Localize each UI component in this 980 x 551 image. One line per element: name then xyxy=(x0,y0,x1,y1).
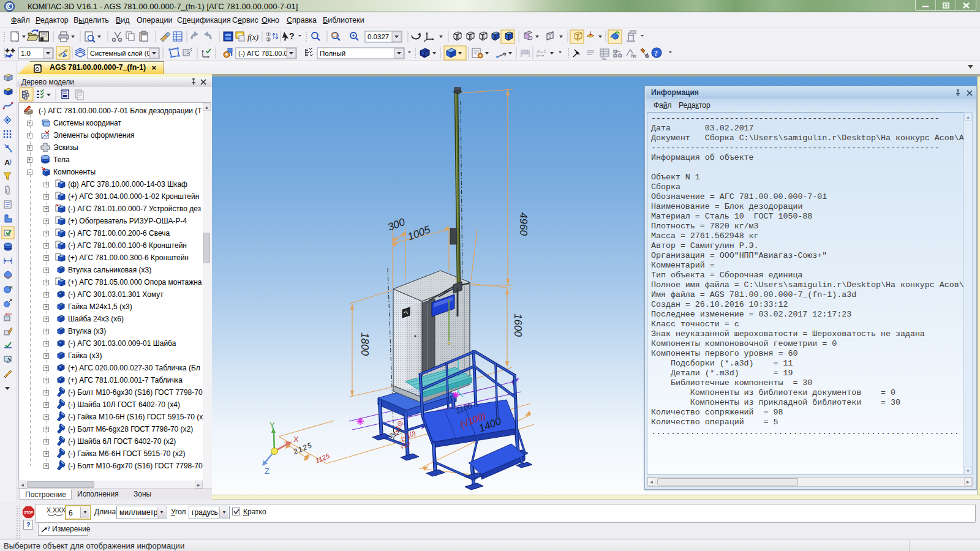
svg-text:Z: Z xyxy=(265,467,270,476)
svg-text:(-) АГС 781.00.0: (-) АГС 781.00.0 xyxy=(238,50,288,57)
svg-text:0.0327: 0.0327 xyxy=(368,33,389,40)
svg-text:②: ② xyxy=(266,37,271,43)
svg-text:R: R xyxy=(9,285,13,290)
svg-text:1600: 1600 xyxy=(512,313,524,337)
svg-text:X.XXX: X.XXX xyxy=(47,506,65,514)
svg-text:A: A xyxy=(4,158,10,167)
svg-text:X: X xyxy=(293,435,299,444)
svg-text:?: ? xyxy=(654,49,658,58)
svg-text:STOP: STOP xyxy=(24,511,33,514)
svg-text:1.0: 1.0 xyxy=(21,50,31,57)
svg-text:1800: 1800 xyxy=(359,332,371,356)
svg-text:?: ? xyxy=(47,525,50,532)
svg-text:Y: Y xyxy=(270,421,275,430)
svg-text:f(x): f(x) xyxy=(247,32,258,42)
svg-text:4960: 4960 xyxy=(518,212,529,236)
svg-text:№: № xyxy=(631,53,636,59)
svg-text:Полный: Полный xyxy=(320,50,345,57)
svg-text:Системный слой (0): Системный слой (0) xyxy=(90,50,153,57)
svg-text:?: ? xyxy=(289,31,295,41)
svg-text:A=1: A=1 xyxy=(537,48,546,54)
